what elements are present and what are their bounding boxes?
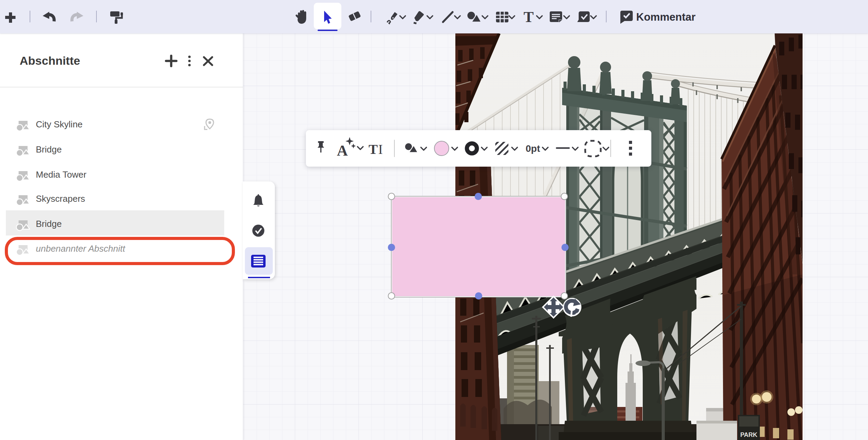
svg-text:PARK: PARK — [740, 431, 757, 438]
